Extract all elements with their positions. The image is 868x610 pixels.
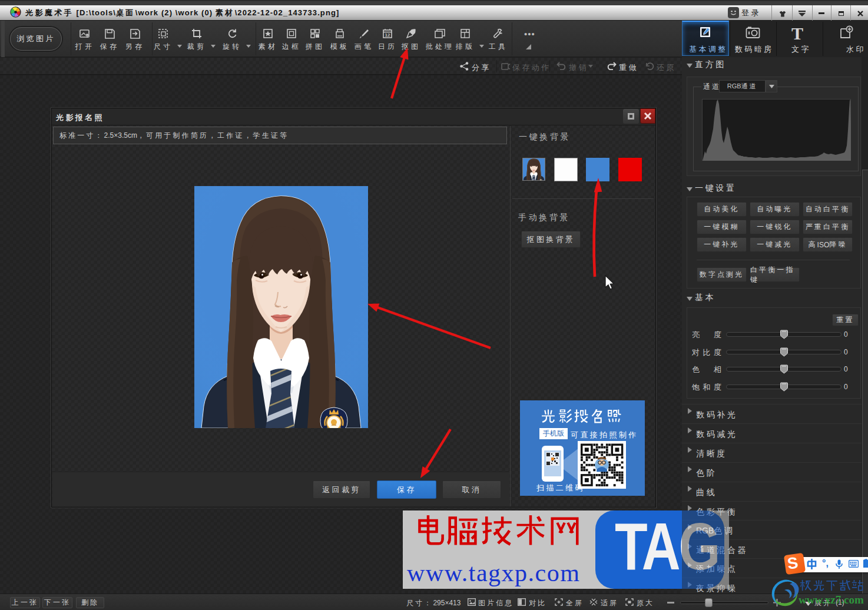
svg-text:12: 12 [385,32,390,38]
